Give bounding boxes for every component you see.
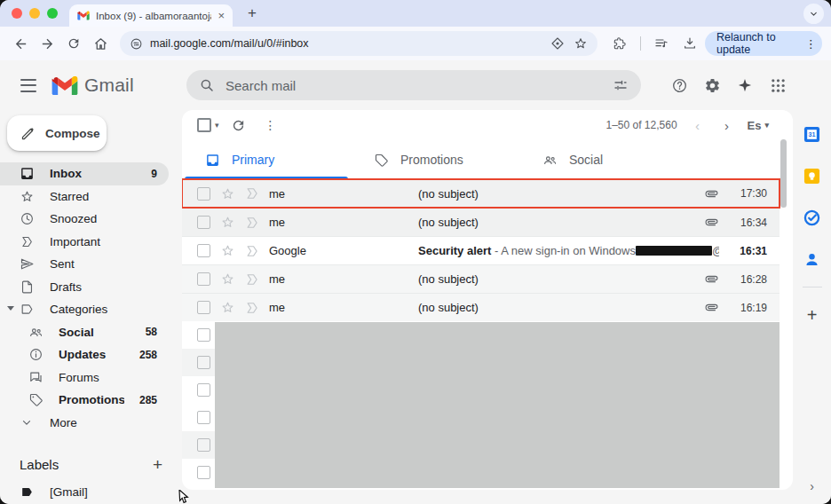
sidebar-item-snoozed[interactable]: Snoozed xyxy=(0,208,169,231)
sidebar-item-categories[interactable]: Categories xyxy=(0,298,169,321)
redacted-email-bar xyxy=(636,246,712,256)
row-star-icon[interactable] xyxy=(219,185,235,201)
promotions-tag-icon xyxy=(374,153,389,168)
svg-text:31: 31 xyxy=(809,131,816,138)
sidebar-item-promotions[interactable]: Promotions 285 xyxy=(0,389,169,412)
email-row-2[interactable]: me (no subject) 16:34 xyxy=(182,208,780,236)
row-checkbox[interactable] xyxy=(197,187,210,201)
reload-icon[interactable] xyxy=(62,32,85,55)
minimize-window-button[interactable] xyxy=(29,8,40,19)
site-info-icon[interactable] xyxy=(130,37,143,51)
compose-button[interactable]: Compose xyxy=(7,115,107,151)
close-window-button[interactable] xyxy=(12,8,22,19)
row-checkbox[interactable] xyxy=(197,328,210,342)
row-checkbox[interactable] xyxy=(197,216,210,229)
google-tasks-icon[interactable] xyxy=(803,209,821,226)
row-checkbox[interactable] xyxy=(197,466,210,479)
row-important-icon[interactable] xyxy=(244,243,260,259)
browser-menu-kebab-icon[interactable]: ⋮ xyxy=(803,37,818,51)
search-icon[interactable] xyxy=(199,77,215,93)
google-calendar-icon[interactable]: 31 xyxy=(803,125,821,143)
email-row-4[interactable]: me (no subject) 16:28 xyxy=(182,264,780,293)
input-tools-button[interactable]: Es ▾ xyxy=(748,119,769,132)
forums-chat-icon xyxy=(28,369,44,385)
labels-header: Labels + xyxy=(20,456,162,473)
tab-close-icon[interactable]: × xyxy=(218,10,225,21)
row-important-icon[interactable] xyxy=(244,272,260,287)
hide-panel-chevron-icon[interactable]: › xyxy=(793,479,831,493)
row-star-icon[interactable] xyxy=(219,300,235,316)
categories-expand-caret-icon[interactable] xyxy=(7,306,14,311)
tab-social[interactable]: Social xyxy=(519,140,688,179)
row-important-icon[interactable] xyxy=(244,300,260,316)
gemini-sparkle-icon[interactable] xyxy=(732,73,757,98)
sidebar-item-more[interactable]: More xyxy=(0,412,169,435)
row-important-icon[interactable] xyxy=(244,215,260,231)
row-checkbox[interactable] xyxy=(197,272,210,286)
row-checkbox[interactable] xyxy=(197,383,210,397)
row-sender: Google xyxy=(269,244,409,257)
sidebar-item-social[interactable]: Social 58 xyxy=(0,321,169,344)
forward-icon[interactable] xyxy=(36,32,59,55)
sidebar-item-inbox[interactable]: Inbox 9 xyxy=(0,162,169,185)
back-icon[interactable] xyxy=(9,32,32,55)
home-icon[interactable] xyxy=(89,32,112,55)
newer-page-chevron-icon: ‹ xyxy=(689,116,707,134)
google-apps-grid-icon[interactable] xyxy=(765,73,790,98)
category-tabs: Primary Promotions Social xyxy=(182,140,780,179)
email-row-3[interactable]: Google Security alert - A new sign-in on… xyxy=(182,236,780,264)
gmail-favicon-icon xyxy=(77,11,90,20)
sidebar-item-updates[interactable]: Updates 258 xyxy=(0,343,169,366)
send-icon xyxy=(19,256,35,272)
tab-promotions[interactable]: Promotions xyxy=(351,140,519,179)
help-icon[interactable] xyxy=(667,73,692,98)
tab-primary[interactable]: Primary xyxy=(182,140,351,179)
more-options-kebab-icon[interactable]: ⋮ xyxy=(258,113,283,138)
inbox-icon xyxy=(19,166,35,182)
input-tools-caret-icon: ▾ xyxy=(764,121,769,130)
downloads-icon[interactable] xyxy=(678,32,701,55)
search-input[interactable]: Search mail xyxy=(186,70,641,100)
preview-eye-icon[interactable] xyxy=(550,36,565,51)
row-star-icon[interactable] xyxy=(219,272,235,287)
older-page-chevron-icon[interactable]: › xyxy=(718,116,736,134)
row-checkbox[interactable] xyxy=(197,438,210,452)
media-controls-icon[interactable] xyxy=(650,32,673,55)
row-checkbox[interactable] xyxy=(197,411,210,424)
search-options-icon[interactable] xyxy=(613,77,629,93)
browser-tab[interactable]: Inbox (9) - albamoraantoja@g × xyxy=(69,4,233,27)
bookmark-star-icon[interactable] xyxy=(574,36,588,51)
extensions-icon[interactable] xyxy=(608,32,631,55)
email-row-1-highlighted[interactable]: me (no subject) 17:30 xyxy=(182,179,780,208)
sidebar-item-forums[interactable]: Forums xyxy=(0,366,169,390)
get-addons-plus-icon[interactable]: + xyxy=(807,306,818,324)
row-star-icon[interactable] xyxy=(219,215,235,231)
select-caret-icon[interactable]: ▾ xyxy=(215,121,219,130)
main-menu-hamburger-icon[interactable] xyxy=(11,67,46,103)
row-checkbox[interactable] xyxy=(197,301,210,314)
google-keep-icon[interactable] xyxy=(803,167,821,185)
sidebar-item-important[interactable]: Important xyxy=(0,231,169,254)
list-scrollbar-thumb[interactable] xyxy=(780,139,787,208)
zoom-window-button[interactable] xyxy=(47,8,58,19)
relaunch-to-update-button[interactable]: Relaunch to update ⋮ xyxy=(705,31,822,56)
settings-gear-icon[interactable] xyxy=(700,73,724,98)
address-bar[interactable]: mail.google.com/mail/u/0/#inbox xyxy=(120,31,598,56)
select-all-checkbox[interactable] xyxy=(197,118,211,132)
row-star-icon[interactable] xyxy=(219,243,235,259)
new-tab-button[interactable]: + xyxy=(241,3,263,24)
create-label-plus-icon[interactable]: + xyxy=(153,456,162,473)
row-checkbox[interactable] xyxy=(197,356,210,369)
refresh-icon[interactable] xyxy=(226,113,251,138)
google-contacts-icon[interactable] xyxy=(803,250,821,268)
gmail-logo[interactable]: Gmail xyxy=(51,75,134,96)
row-checkbox[interactable] xyxy=(197,244,210,257)
people-icon xyxy=(28,324,44,340)
sidebar-item-drafts[interactable]: Drafts xyxy=(0,276,169,299)
row-important-icon[interactable] xyxy=(244,185,260,201)
email-row-5[interactable]: me (no subject) 16:19 xyxy=(182,293,780,321)
tab-search-chevron-icon[interactable] xyxy=(803,4,824,24)
sidebar-label-gmail[interactable]: [Gmail] xyxy=(0,481,169,504)
sidebar-item-sent[interactable]: Sent xyxy=(0,253,169,276)
sidebar-item-starred[interactable]: Starred xyxy=(0,185,169,209)
